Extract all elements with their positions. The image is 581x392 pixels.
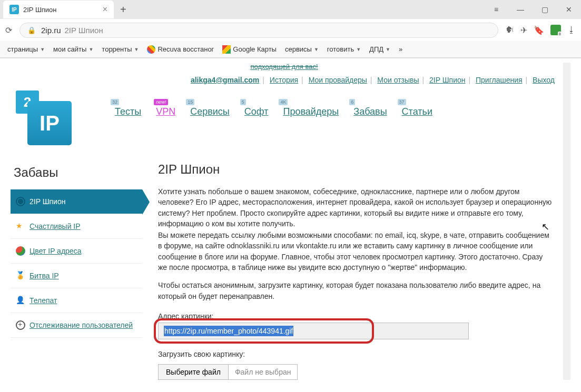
bookmark-pages[interactable]: страницы▼ xyxy=(4,44,48,54)
sidebar-title: Забавы xyxy=(11,162,142,189)
sidebar-item-label: Телепат xyxy=(29,296,57,305)
intro-para-2: Вы можете передать ссылку любыми возможн… xyxy=(158,230,553,273)
minimize-button[interactable]: — xyxy=(508,0,533,19)
main-content: 2IP Шпион Хотите узнать побольше о вашем… xyxy=(142,162,558,380)
bookmark-services[interactable]: сервисы▼ xyxy=(282,44,322,54)
upload-label: Загрузить свою картинку: xyxy=(158,349,553,359)
bookmark-maps[interactable]: Google Карты xyxy=(219,44,280,55)
userbar-providers[interactable]: Мои провайдеры xyxy=(309,76,367,84)
lock-icon: 🔒 xyxy=(27,26,36,34)
send-icon[interactable]: ✈ xyxy=(520,25,527,35)
url-input[interactable]: 🔒 2ip.ru 2IP Шпион xyxy=(19,23,498,38)
sidebar-item-lucky-ip[interactable]: ★ Счастливый IP xyxy=(11,214,142,239)
sidebar-item-tracking[interactable]: Отслеживание пользователей xyxy=(11,313,142,338)
nav-fun[interactable]: 6Забавы xyxy=(353,106,387,117)
target-icon xyxy=(16,320,25,330)
body-row: Забавы 2IP Шпион ★ Счастливый IP Цвет IP… xyxy=(11,162,558,380)
header: 2 IP 32Тесты new!VPN 15Сервисы 5Софт 4KП… xyxy=(11,91,558,146)
nav-services[interactable]: 15Сервисы xyxy=(190,106,230,117)
star-icon: ★ xyxy=(16,222,25,231)
userbar-spy[interactable]: 2IP Шпион xyxy=(429,76,465,84)
hamburger-icon[interactable]: ≡ xyxy=(484,0,508,19)
userbar-invites[interactable]: Приглашения xyxy=(476,76,523,84)
intro-para-3: Чтобы остаться анонимным, загрузите карт… xyxy=(158,280,553,301)
sidebar-item-label: Счастливый IP xyxy=(29,222,81,230)
user-bar: alikga4@gmail.com| История| Мои провайде… xyxy=(11,72,558,91)
medal-icon: 🏅 xyxy=(16,271,25,280)
close-button[interactable]: ✕ xyxy=(557,0,581,19)
reload-icon[interactable]: ⟳ xyxy=(5,25,12,35)
address-bar: ⟳ 🔒 2ip.ru 2IP Шпион 🗣 ✈ 🔖 8 ⭳ xyxy=(0,19,581,41)
image-url-input[interactable]: https://2ip.ru/member_photo/443941.gif xyxy=(158,323,469,339)
spy-icon xyxy=(16,197,25,206)
url-path: 2IP Шпион xyxy=(64,26,103,35)
sidebar-item-ip-battle[interactable]: 🏅 Битва IP xyxy=(11,264,142,288)
bookmarks-overflow[interactable]: » xyxy=(396,44,406,54)
main-nav: 32Тесты new!VPN 15Сервисы 5Софт 4KПровай… xyxy=(90,91,432,117)
page-viewport: подходящей для вас! alikga4@gmail.com| И… xyxy=(0,58,581,380)
nav-soft[interactable]: 5Софт xyxy=(244,106,269,117)
browser-chrome: IP 2IP Шпион × + ≡ — ▢ ✕ ⟳ 🔒 2ip.ru 2IP … xyxy=(0,0,581,58)
userbar-reviews[interactable]: Мои отзывы xyxy=(377,76,419,84)
maximize-button[interactable]: ▢ xyxy=(533,0,557,19)
nav-vpn[interactable]: new!VPN xyxy=(156,106,175,117)
cut-off-link[interactable]: подходящей для вас! xyxy=(11,63,558,72)
bookmark-recuva[interactable]: Recuva восстаног xyxy=(144,44,217,55)
window-controls: ≡ — ▢ ✕ xyxy=(484,0,581,19)
bookmark-icon[interactable]: 🔖 xyxy=(534,25,544,35)
bookmark-torrents[interactable]: торренты▼ xyxy=(99,44,142,54)
logo-ip-icon: IP xyxy=(27,101,72,145)
page-title: 2IP Шпион xyxy=(158,162,553,177)
site-logo[interactable]: 2 IP xyxy=(11,91,90,146)
sidebar-item-label: Цвет IP адреса xyxy=(29,247,81,255)
tab-favicon-icon: IP xyxy=(9,5,19,14)
adblock-shield-icon[interactable]: 8 xyxy=(550,25,561,35)
download-icon[interactable]: ⭳ xyxy=(567,25,576,35)
tab-title: 2IP Шпион xyxy=(23,6,99,14)
sidebar-item-ip-color[interactable]: Цвет IP адреса xyxy=(11,239,142,264)
vertical-scrollbar[interactable] xyxy=(563,63,570,380)
nav-providers[interactable]: 4KПровайдеры xyxy=(283,106,339,117)
ball-icon xyxy=(16,246,25,256)
choose-file-button[interactable]: Выберите файл xyxy=(158,364,229,380)
sidebar-item-label: Битва IP xyxy=(29,272,59,280)
user-email-link[interactable]: alikga4@gmail.com xyxy=(191,76,259,84)
nav-tests[interactable]: 32Тесты xyxy=(115,106,141,117)
bookmark-mysites[interactable]: мои сайты▼ xyxy=(50,44,96,54)
maps-icon xyxy=(222,45,231,54)
tab-close-icon[interactable]: × xyxy=(103,5,107,14)
mouse-cursor-icon: ↖ xyxy=(541,221,549,233)
sidebar: Забавы 2IP Шпион ★ Счастливый IP Цвет IP… xyxy=(11,162,142,380)
sidebar-item-label: Отслеживание пользователей xyxy=(29,321,133,329)
userbar-logout[interactable]: Выход xyxy=(533,76,555,84)
google-icon xyxy=(147,45,155,54)
bookmark-cook[interactable]: готовить▼ xyxy=(324,44,364,54)
sidebar-item-spy[interactable]: 2IP Шпион xyxy=(11,189,142,214)
translate-icon[interactable]: 🗣 xyxy=(506,25,514,35)
bookmarks-bar: страницы▼ мои сайты▼ торренты▼ Recuva во… xyxy=(0,41,581,58)
sidebar-item-label: 2IP Шпион xyxy=(29,197,65,206)
image-url-label: Адрес картинки: xyxy=(158,311,553,321)
browser-tab[interactable]: IP 2IP Шпион × xyxy=(3,1,114,18)
brain-icon: 👤 xyxy=(16,296,25,305)
url-domain: 2ip.ru xyxy=(41,26,61,35)
bookmark-dpd[interactable]: ДПД▼ xyxy=(366,44,393,54)
tab-bar: IP 2IP Шпион × + ≡ — ▢ ✕ xyxy=(0,0,581,19)
sidebar-item-telepath[interactable]: 👤 Телепат xyxy=(11,288,142,313)
new-tab-button[interactable]: + xyxy=(120,4,126,16)
userbar-history[interactable]: История xyxy=(270,76,298,84)
file-chosen-label: Файл не выбран xyxy=(229,364,298,380)
nav-articles[interactable]: 37Статьи xyxy=(402,106,432,117)
intro-para-1: Хотите узнать побольше о вашем знакомом,… xyxy=(158,186,553,229)
